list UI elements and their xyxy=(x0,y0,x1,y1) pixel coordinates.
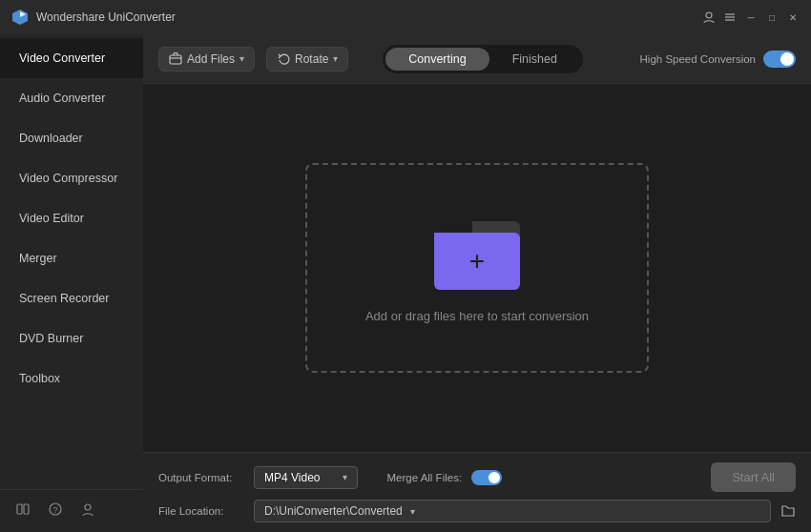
svg-point-10 xyxy=(85,504,91,510)
menu-btn[interactable] xyxy=(723,10,737,24)
svg-rect-6 xyxy=(17,504,22,514)
sidebar-bottom: ? xyxy=(0,489,143,532)
sidebar-item-dvd-burner[interactable]: DVD Burner xyxy=(0,318,143,358)
title-bar: Wondershare UniConverter ─ □ ✕ xyxy=(0,0,811,34)
user-account-btn[interactable] xyxy=(702,10,716,24)
rotate-button[interactable]: Rotate ▾ xyxy=(266,47,348,72)
sidebar-item-merger[interactable]: Merger xyxy=(0,238,143,278)
minimize-btn[interactable]: ─ xyxy=(744,10,758,24)
bottom-bar: Output Format: MP4 Video ▾ Merge All Fil… xyxy=(143,452,811,532)
sidebar-item-screen-recorder[interactable]: Screen Recorder xyxy=(0,278,143,318)
sidebar-item-video-editor[interactable]: Video Editor xyxy=(0,198,143,238)
close-btn[interactable]: ✕ xyxy=(786,10,800,24)
start-all-button[interactable]: Start All xyxy=(711,462,796,492)
output-format-row: Output Format: MP4 Video ▾ Merge All Fil… xyxy=(158,462,796,492)
add-files-chevron-icon: ▾ xyxy=(239,53,244,64)
output-format-select[interactable]: MP4 Video ▾ xyxy=(254,466,358,489)
tab-finished[interactable]: Finished xyxy=(489,48,580,71)
tab-group: Converting Finished xyxy=(383,45,583,73)
sidebar-item-audio-converter[interactable]: Audio Converter xyxy=(0,78,143,118)
sidebar: Video Converter Audio Converter Download… xyxy=(0,34,143,532)
open-folder-icon[interactable] xyxy=(780,502,796,521)
plus-icon: + xyxy=(469,248,485,275)
output-format-label: Output Format: xyxy=(158,472,244,483)
sidebar-item-video-compressor[interactable]: Video Compressor xyxy=(0,158,143,198)
rotate-chevron-icon: ▾ xyxy=(333,53,338,64)
app-icon xyxy=(11,9,29,26)
folder-icon: + xyxy=(434,214,520,290)
high-speed-label: High Speed Conversion xyxy=(640,53,756,65)
maximize-btn[interactable]: □ xyxy=(765,10,779,24)
merge-all-toggle[interactable] xyxy=(471,470,502,485)
format-chevron-icon: ▾ xyxy=(343,472,347,482)
file-location-chevron-icon: ▾ xyxy=(410,506,415,517)
svg-rect-7 xyxy=(24,504,29,514)
svg-rect-11 xyxy=(170,55,181,64)
high-speed-toggle[interactable] xyxy=(763,51,796,68)
help-icon[interactable]: ? xyxy=(48,501,63,521)
add-files-button[interactable]: Add Files ▾ xyxy=(158,47,255,72)
sidebar-item-video-converter[interactable]: Video Converter xyxy=(0,38,143,78)
file-location-row: File Location: D:\UniConverter\Converted… xyxy=(158,500,796,522)
tab-converting[interactable]: Converting xyxy=(385,48,489,71)
svg-point-2 xyxy=(706,12,712,18)
app-title: Wondershare UniConverter xyxy=(36,10,176,24)
top-bar: Add Files ▾ Rotate ▾ Converting Finished xyxy=(143,34,811,84)
file-location-field[interactable]: D:\UniConverter\Converted ▾ xyxy=(254,500,771,522)
file-location-label: File Location: xyxy=(158,505,244,517)
books-icon[interactable] xyxy=(15,501,31,521)
sidebar-item-downloader[interactable]: Downloader xyxy=(0,118,143,158)
account-icon[interactable] xyxy=(80,501,95,521)
high-speed-group: High Speed Conversion xyxy=(640,51,796,68)
svg-text:?: ? xyxy=(52,505,57,515)
content-area: Add Files ▾ Rotate ▾ Converting Finished xyxy=(143,34,811,532)
drop-zone-text: Add or drag files here to start conversi… xyxy=(365,309,589,323)
folder-front: + xyxy=(434,233,520,290)
drop-zone-container: + Add or drag files here to start conver… xyxy=(143,84,811,452)
sidebar-item-toolbox[interactable]: Toolbox xyxy=(0,358,143,399)
merge-all-files-label: Merge All Files: xyxy=(386,472,462,483)
drop-zone[interactable]: + Add or drag files here to start conver… xyxy=(305,163,649,373)
